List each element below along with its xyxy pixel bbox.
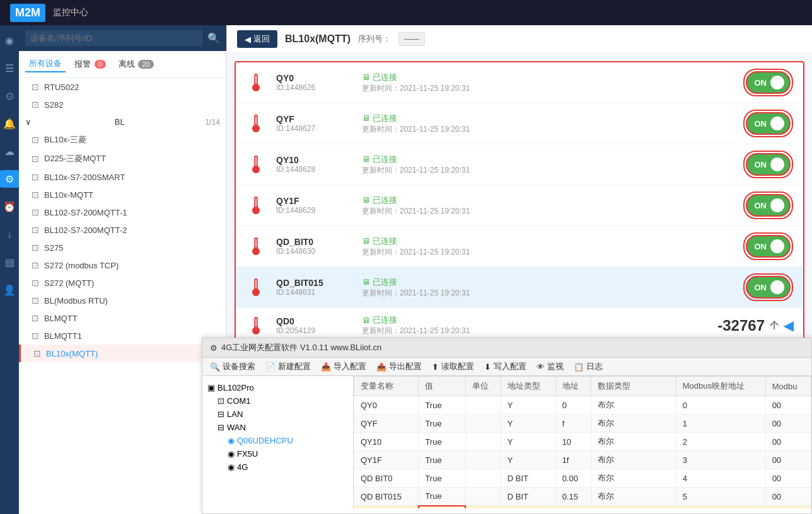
svg-rect-11 bbox=[255, 198, 257, 207]
toolbar-monitor[interactable]: 👁 监视 bbox=[536, 361, 564, 372]
cell-data-type: 布尔 bbox=[591, 396, 676, 414]
monitor-icon: 🖥 bbox=[362, 316, 370, 325]
device-item-d225[interactable]: ⊡ D225-三菱MQTT bbox=[19, 149, 226, 168]
cell-val: True bbox=[419, 469, 465, 488]
col-header-unit: 单位 bbox=[465, 377, 501, 396]
device-item-bl10x-sanling[interactable]: ⊡ BL10x-三菱 bbox=[19, 130, 226, 149]
toggle-label: ON bbox=[755, 201, 767, 210]
device-icon: ⊡ bbox=[32, 225, 39, 235]
device-item-label: RTU5022 bbox=[44, 83, 79, 92]
tab-alarm[interactable]: 报警 0 bbox=[71, 57, 110, 72]
device-item-s275[interactable]: ⊡ S275 bbox=[19, 239, 226, 256]
bell-icon[interactable]: 🔔 bbox=[0, 115, 19, 132]
device-item-bl-modbus[interactable]: ⊡ BL(Modbus RTU) bbox=[19, 292, 226, 309]
cell-data-type: 布尔 bbox=[591, 488, 676, 506]
tree-item-fx5u[interactable]: ◉ FX5U bbox=[207, 447, 348, 460]
tree-item-lan[interactable]: ⊟ LAN bbox=[207, 408, 348, 421]
device-item-blmqtt1[interactable]: ⊡ BLMQTT1 bbox=[19, 327, 226, 345]
status-time: 更新时间：2021-11-25 19:20:31 bbox=[362, 288, 733, 299]
toggle-on-switch[interactable]: ON bbox=[746, 276, 791, 299]
settings-icon[interactable]: ⚙ bbox=[0, 170, 19, 188]
tree-item-com1[interactable]: ⊡ COM1 bbox=[207, 394, 348, 408]
device-icon: ⊡ bbox=[32, 278, 39, 288]
device-item-s272-mqtt[interactable]: ⊡ S272 (MQTT) bbox=[19, 274, 226, 292]
tab-all-devices[interactable]: 所有设备 bbox=[25, 56, 66, 72]
cell-data-type: 布尔 bbox=[591, 414, 676, 433]
device-item-bl10x-mqtt[interactable]: ⊡ BL10x-MQTT bbox=[19, 186, 226, 203]
device-item-bl10x-mqtt-active[interactable]: ⊡ BL10x(MQTT) bbox=[19, 345, 226, 362]
cell-addr-type: Y bbox=[501, 433, 555, 451]
toggle-on-switch[interactable]: ON bbox=[746, 194, 791, 217]
toolbar-write[interactable]: ⬇ 写入配置 bbox=[484, 361, 526, 372]
cell-modbus: 2 bbox=[676, 433, 765, 451]
user-icon[interactable]: 👤 bbox=[0, 281, 19, 299]
location-icon[interactable]: ⊙ bbox=[0, 87, 19, 105]
cell-modbu: 00 bbox=[765, 433, 811, 451]
device-icon: ⊡ bbox=[32, 331, 39, 341]
cell-val: True bbox=[419, 451, 465, 469]
toolbar-read-label: 读取配置 bbox=[441, 361, 474, 372]
cell-addr: 0 bbox=[555, 506, 591, 509]
circle-icon[interactable]: ◉ bbox=[0, 31, 19, 49]
device-item-bl102-1[interactable]: ⊡ BL102-S7-200MQTT-1 bbox=[19, 203, 226, 221]
toolbar-search[interactable]: 🔍 设备搜索 bbox=[210, 361, 255, 372]
device-group-bl[interactable]: ∨ BL 1/14 bbox=[19, 113, 226, 130]
tree-item-wan[interactable]: ⊟ WAN bbox=[207, 421, 348, 434]
toolbar-log[interactable]: 📋 日志 bbox=[574, 361, 603, 372]
tree-label: LAN bbox=[227, 409, 243, 419]
thermometer-icon bbox=[246, 154, 266, 174]
device-icon: ⊡ bbox=[32, 82, 39, 92]
toolbar-new[interactable]: 📄 新建配置 bbox=[265, 361, 311, 372]
toggle-circle bbox=[770, 280, 784, 294]
cell-modbu: 00 bbox=[765, 396, 811, 414]
device-item-bl102-2[interactable]: ⊡ BL102-S7-200MQTT-2 bbox=[19, 221, 226, 239]
tree-item-4g[interactable]: ◉ 4G bbox=[207, 460, 348, 474]
device-name: QY10 bbox=[276, 155, 352, 165]
search-input[interactable] bbox=[25, 30, 202, 46]
toolbar-import[interactable]: 📥 导入配置 bbox=[321, 361, 366, 372]
device-item-rtu5022[interactable]: ⊡ RTU5022 bbox=[19, 78, 226, 96]
toggle-on-switch[interactable]: ON bbox=[746, 153, 791, 176]
status-time: 更新时间：2021-11-25 19:20:31 bbox=[362, 206, 733, 217]
search-icon[interactable]: 🔍 bbox=[207, 32, 220, 44]
list-icon[interactable]: ▤ bbox=[0, 253, 19, 271]
clock-icon[interactable]: ⏰ bbox=[0, 198, 19, 215]
back-button[interactable]: ◀ 返回 bbox=[237, 30, 277, 48]
cloud-icon[interactable]: ☁ bbox=[0, 142, 19, 160]
cell-addr: 10 bbox=[555, 433, 591, 451]
content-header: ◀ 返回 BL10x(MQTT) 序列号： —— bbox=[227, 25, 812, 54]
toggle-on-switch[interactable]: ON bbox=[746, 235, 791, 258]
tab-offline[interactable]: 离线 20 bbox=[115, 57, 158, 72]
cell-var: QD BIT015 bbox=[354, 488, 419, 506]
tree-item-q06udehcpu[interactable]: ◉ Q06UDEHCPU bbox=[207, 434, 348, 447]
toolbar-export[interactable]: 📤 导出配置 bbox=[376, 361, 422, 372]
cell-addr-type: Y bbox=[501, 396, 555, 414]
cell-var: QD BIT0 bbox=[354, 469, 419, 488]
toolbar-read[interactable]: ⬆ 读取配置 bbox=[432, 361, 474, 372]
device-item-blmqtt[interactable]: ⊡ BLMQTT bbox=[19, 309, 226, 327]
thermometer-icon bbox=[246, 72, 266, 93]
tree-item-bl102pro[interactable]: ▣ BL102Pro bbox=[207, 381, 348, 394]
table-row: QD BIT0 True D BIT 0.00 布尔 4 00 bbox=[354, 469, 811, 488]
download-icon[interactable]: ↓ bbox=[0, 226, 19, 243]
variable-table: 变量名称 值 单位 地址类型 地址 数据类型 Modbus映射地址 Modbu bbox=[354, 376, 811, 508]
sidebar-icons: ◉ ☰ ⊙ 🔔 ☁ ⚙ ⏰ ↓ ▤ 👤 bbox=[0, 25, 19, 514]
app-icon: ⚙ bbox=[210, 343, 218, 353]
toggle-on-switch[interactable]: ON bbox=[746, 71, 791, 94]
tree-node-icon: ◉ bbox=[228, 449, 235, 459]
device-item-s282[interactable]: ⊡ S282 bbox=[19, 96, 226, 113]
toolbar-search-label: 设备搜索 bbox=[223, 361, 255, 372]
write-toolbar-icon: ⬇ bbox=[484, 362, 491, 372]
toggle-on-switch[interactable]: ON bbox=[746, 112, 791, 135]
device-item-s272-tcp[interactable]: ⊡ S272 (modbus TCP) bbox=[19, 256, 226, 274]
status-time: 更新时间：2021-11-25 19:20:31 bbox=[362, 247, 733, 258]
svg-point-7 bbox=[252, 166, 260, 173]
device-id: ID:1448627 bbox=[276, 124, 352, 133]
table-row: QD_BIT0 ID:1448630 🖥 已连接 更新时间：2021-11-25… bbox=[236, 226, 803, 267]
tree-panel: ▣ BL102Pro ⊡ COM1 ⊟ LAN ⊟ WAN ◉ Q06UDE bbox=[202, 376, 354, 508]
device-info: QYF ID:1448627 bbox=[276, 114, 352, 133]
tree-label: 4G bbox=[237, 462, 248, 472]
device-item-bl10x-s7[interactable]: ⊡ BL10x-S7-200SMART bbox=[19, 168, 226, 186]
menu-icon[interactable]: ☰ bbox=[0, 59, 19, 77]
cell-modbu: 00 bbox=[765, 469, 811, 488]
